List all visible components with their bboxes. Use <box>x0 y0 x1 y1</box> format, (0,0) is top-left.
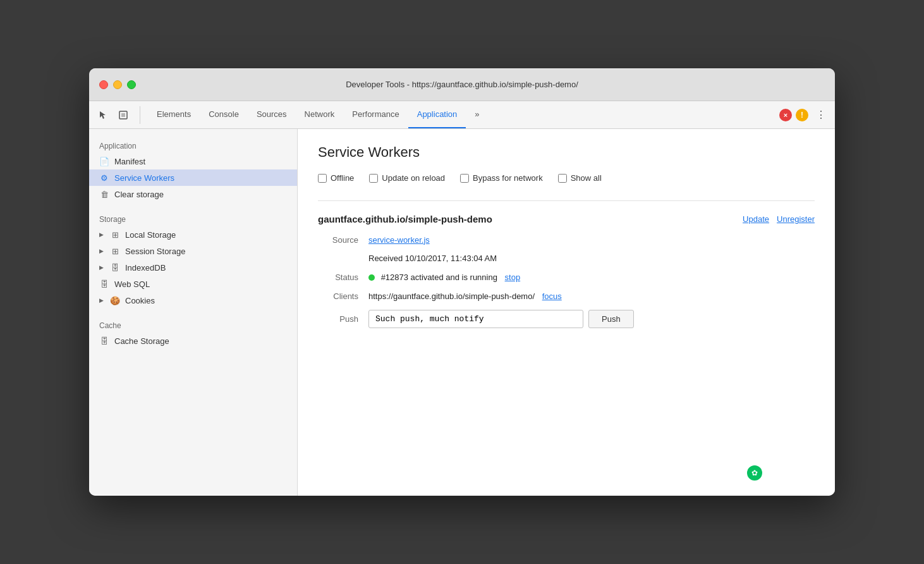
main-content: Application 📄 Manifest ⚙ Service Workers… <box>89 129 835 496</box>
toolbar-tabs: Elements Console Sources Network Perform… <box>148 101 779 128</box>
sidebar-item-clear-storage[interactable]: 🗑 Clear storage <box>89 186 297 202</box>
source-row: Source service-worker.js <box>318 235 815 245</box>
wechat-icon: ✿ <box>747 465 762 481</box>
sidebar-item-session-storage[interactable]: ▶ ⊞ Session Storage <box>89 243 297 259</box>
warning-badge[interactable]: ! <box>796 109 808 121</box>
tab-more[interactable]: » <box>466 101 488 128</box>
options-row: Offline Update on reload Bypass for netw… <box>318 173 815 183</box>
clients-row: Clients https://gauntface.github.io/simp… <box>318 291 815 301</box>
minimize-button[interactable] <box>113 80 122 89</box>
expand-arrow-icon: ▶ <box>99 264 104 271</box>
cookies-icon: 🍪 <box>110 295 120 305</box>
bypass-for-network-input[interactable] <box>460 174 469 183</box>
sidebar-item-cache-storage[interactable]: 🗄 Cache Storage <box>89 333 297 349</box>
source-label: Source <box>318 235 368 245</box>
tab-console[interactable]: Console <box>200 101 248 128</box>
traffic-lights <box>99 80 136 89</box>
tab-sources[interactable]: Sources <box>248 101 296 128</box>
application-section-title: Application <box>89 137 297 153</box>
close-button[interactable] <box>99 80 108 89</box>
received-value: Received 10/10/2017, 11:43:04 AM <box>368 254 815 263</box>
push-row: Push Push <box>318 310 815 328</box>
bypass-for-network-checkbox[interactable]: Bypass for network <box>460 173 543 183</box>
sidebar-item-web-sql[interactable]: 🗄 Web SQL <box>89 276 297 292</box>
offline-checkbox[interactable]: Offline <box>318 173 354 183</box>
source-file-link[interactable]: service-worker.js <box>368 235 430 245</box>
status-indicator <box>368 274 375 281</box>
stop-link[interactable]: stop <box>505 273 521 282</box>
window-title: Developer Tools - https://gauntface.gith… <box>346 80 578 89</box>
push-button[interactable]: Push <box>588 310 634 328</box>
expand-arrow-icon: ▶ <box>99 231 104 238</box>
clients-label: Clients <box>318 291 368 301</box>
sidebar-item-local-storage[interactable]: ▶ ⊞ Local Storage <box>89 226 297 243</box>
sw-header: gauntface.github.io/simple-push-demo Upd… <box>318 214 815 224</box>
more-menu-button[interactable]: ⋮ <box>812 106 830 124</box>
toolbar-icon-group <box>94 106 140 124</box>
status-row: Status #12873 activated and is running s… <box>318 272 815 282</box>
status-value: #12873 activated and is running stop <box>368 273 815 282</box>
sidebar-item-cookies[interactable]: ▶ 🍪 Cookies <box>89 292 297 309</box>
show-all-checkbox[interactable]: Show all <box>558 173 602 183</box>
cache-storage-icon: 🗄 <box>99 336 109 346</box>
main-panel: Service Workers Offline Update on reload… <box>298 129 835 496</box>
status-label: Status <box>318 272 368 282</box>
service-workers-icon: ⚙ <box>99 173 109 183</box>
web-sql-icon: 🗄 <box>99 279 109 289</box>
clients-value: https://gauntface.github.io/simple-push-… <box>368 291 815 301</box>
unregister-link[interactable]: Unregister <box>777 214 815 224</box>
update-link[interactable]: Update <box>743 214 769 224</box>
update-on-reload-input[interactable] <box>369 174 378 183</box>
sw-origin: gauntface.github.io/simple-push-demo <box>318 214 492 224</box>
sidebar: Application 📄 Manifest ⚙ Service Workers… <box>89 129 298 496</box>
tab-performance[interactable]: Performance <box>343 101 408 128</box>
svg-rect-1 <box>121 113 125 117</box>
panel-title: Service Workers <box>318 144 815 161</box>
cache-section-title: Cache <box>89 316 297 333</box>
focus-link[interactable]: focus <box>542 291 562 301</box>
received-label <box>318 254 368 254</box>
update-on-reload-checkbox[interactable]: Update on reload <box>369 173 445 183</box>
tab-application[interactable]: Application <box>408 101 466 128</box>
inspect-icon[interactable] <box>114 106 132 124</box>
expand-arrow-icon: ▶ <box>99 248 104 254</box>
sidebar-item-indexeddb[interactable]: ▶ 🗄 IndexedDB <box>89 259 297 276</box>
received-row: Received 10/10/2017, 11:43:04 AM <box>318 254 815 263</box>
push-label: Push <box>318 314 368 324</box>
indexeddb-icon: 🗄 <box>110 262 120 273</box>
offline-input[interactable] <box>318 174 327 183</box>
show-all-input[interactable] <box>558 174 567 183</box>
session-storage-icon: ⊞ <box>110 246 120 256</box>
cursor-icon[interactable] <box>94 106 112 124</box>
clear-storage-icon: 🗑 <box>99 189 109 199</box>
titlebar: Developer Tools - https://gauntface.gith… <box>89 68 835 101</box>
tab-elements[interactable]: Elements <box>148 101 200 128</box>
source-value: service-worker.js <box>368 235 815 245</box>
sw-actions: Update Unregister <box>743 214 815 224</box>
push-input-row: Push <box>368 310 815 328</box>
watermark: ✿ 大转转FE <box>747 465 815 481</box>
toolbar: Elements Console Sources Network Perform… <box>89 101 835 129</box>
push-input[interactable] <box>368 310 583 328</box>
sidebar-item-service-workers[interactable]: ⚙ Service Workers <box>89 169 297 186</box>
toolbar-right: × ! ⋮ <box>779 106 830 124</box>
sidebar-item-manifest[interactable]: 📄 Manifest <box>89 153 297 169</box>
tab-network[interactable]: Network <box>296 101 344 128</box>
maximize-button[interactable] <box>127 80 136 89</box>
divider <box>318 200 815 201</box>
storage-section-title: Storage <box>89 210 297 226</box>
sw-entry: gauntface.github.io/simple-push-demo Upd… <box>318 214 815 328</box>
local-storage-icon: ⊞ <box>110 230 120 240</box>
expand-arrow-icon: ▶ <box>99 297 104 303</box>
error-badge[interactable]: × <box>779 109 792 121</box>
manifest-icon: 📄 <box>99 156 109 166</box>
